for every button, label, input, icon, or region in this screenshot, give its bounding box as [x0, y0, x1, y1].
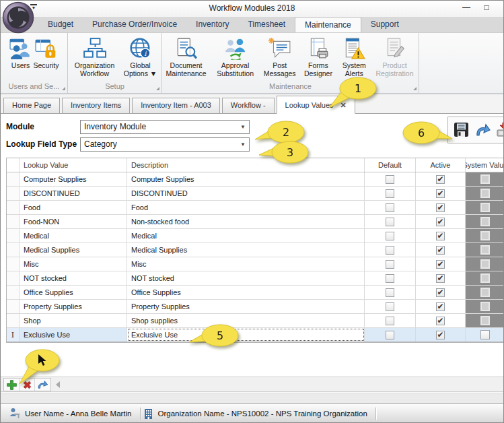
default-checkbox[interactable] — [386, 203, 394, 212]
active-checkbox[interactable]: ✔ — [436, 189, 445, 198]
column-header-description[interactable]: Description — [127, 158, 365, 172]
table-row[interactable]: Food Food ✔ — [7, 201, 504, 215]
table-row[interactable]: Property Supplies Property Supplies ✔ — [7, 300, 504, 314]
ribbon-tab-timesheet[interactable]: Timesheet — [238, 17, 295, 32]
lookup-value-cell[interactable]: Medical Supplies — [20, 243, 127, 257]
organization-workflow-button[interactable]: Organization Workflow — [69, 36, 120, 78]
lookup-value-cell[interactable]: Office Supplies — [20, 286, 127, 299]
close-tab-icon[interactable]: ✕ — [340, 101, 347, 109]
scroll-left-arrow-icon[interactable] — [56, 381, 60, 388]
default-checkbox[interactable] — [386, 274, 394, 283]
active-checkbox[interactable]: ✔ — [436, 232, 445, 240]
table-row[interactable]: Misc Misc ✔ — [7, 257, 504, 271]
column-header-default[interactable]: Default — [365, 158, 416, 172]
default-checkbox[interactable] — [386, 317, 394, 325]
table-row[interactable]: NOT stocked NOT stocked ✔ — [7, 271, 504, 286]
active-checkbox[interactable]: ✔ — [436, 246, 445, 255]
active-checkbox[interactable]: ✔ — [436, 317, 445, 325]
lookup-value-cell[interactable]: Medical — [20, 229, 127, 242]
default-checkbox[interactable] — [386, 246, 394, 255]
active-checkbox[interactable]: ✔ — [436, 274, 445, 283]
default-checkbox[interactable] — [386, 302, 394, 311]
description-cell[interactable]: Office Supplies — [127, 286, 365, 299]
group-dialog-launcher-icon[interactable] — [62, 87, 65, 90]
table-row[interactable]: Shop Shop supplies ✔ — [7, 314, 504, 328]
ribbon-tab-inventory[interactable]: Inventory — [186, 17, 238, 32]
lookup-value-cell[interactable]: DISCONTINUED — [20, 187, 127, 200]
approval-substitution-button[interactable]: Approval Substitution — [210, 36, 260, 78]
ribbon-tab-maintenance[interactable]: Maintenance — [295, 17, 361, 32]
system-alerts-button[interactable]: System Alerts — [338, 36, 371, 78]
default-checkbox[interactable] — [386, 331, 394, 339]
description-cell[interactable]: Food — [127, 201, 365, 214]
active-checkbox[interactable]: ✔ — [436, 175, 445, 184]
table-row[interactable]: Medical Supplies Medical Supplies ✔ — [7, 243, 504, 257]
active-checkbox[interactable]: ✔ — [436, 331, 445, 339]
ribbon-tab-budget[interactable]: Budget — [38, 17, 83, 32]
table-row[interactable]: I Exclusive Use Exclusive Use ✔ — [7, 328, 504, 342]
security-button[interactable]: Security — [33, 36, 60, 70]
default-checkbox[interactable] — [386, 218, 394, 226]
lookup-value-cell[interactable]: Misc — [20, 257, 127, 271]
ribbon-tab-support[interactable]: Support — [361, 17, 408, 32]
active-checkbox[interactable]: ✔ — [436, 218, 445, 226]
description-cell[interactable]: NOT stocked — [127, 271, 365, 285]
undo-icon[interactable] — [475, 122, 491, 138]
app-logo-icon[interactable] — [2, 1, 34, 34]
maximize-button[interactable]: □ — [478, 1, 495, 13]
delete-row-button[interactable] — [20, 379, 35, 391]
description-cell[interactable]: Property Supplies — [127, 300, 365, 313]
active-checkbox[interactable]: ✔ — [436, 302, 445, 311]
undo-changes-button[interactable] — [35, 379, 50, 391]
doc-tab-inventory-items[interactable]: Inventory Items — [62, 98, 130, 113]
description-cell[interactable]: Medical Supplies — [127, 243, 365, 257]
export-icon[interactable] — [497, 122, 503, 138]
lookup-value-cell[interactable]: Computer Supplies — [20, 172, 127, 186]
doc-tab-workflow[interactable]: Workflow - — [222, 98, 275, 113]
document-maintenance-button[interactable]: Document Maintenance — [162, 36, 210, 78]
lookup-value-cell[interactable]: Exclusive Use — [20, 328, 127, 341]
column-header-lookup-value[interactable]: Lookup Value — [20, 158, 127, 172]
description-cell[interactable]: Shop supplies — [127, 314, 365, 327]
default-checkbox[interactable] — [386, 189, 394, 198]
table-row[interactable]: Office Supplies Office Supplies ✔ — [7, 286, 504, 300]
description-cell[interactable]: DISCONTINUED — [127, 187, 365, 200]
description-cell[interactable]: Misc — [127, 257, 365, 271]
description-cell[interactable]: Non-stocked food — [127, 215, 365, 228]
table-row[interactable]: DISCONTINUED DISCONTINUED ✔ — [7, 187, 504, 201]
lookup-value-cell[interactable]: Food — [20, 201, 127, 214]
table-row[interactable]: Computer Supplies Computer Supplies ✔ — [7, 172, 504, 187]
active-checkbox[interactable]: ✔ — [436, 203, 445, 212]
doc-tab-lookup-values[interactable]: Lookup Values✕ — [277, 96, 355, 114]
group-dialog-launcher-icon[interactable] — [413, 87, 417, 90]
table-row[interactable]: Food-NON Non-stocked food ✔ — [7, 215, 504, 229]
description-cell[interactable]: Computer Supplies — [127, 172, 365, 186]
global-options-button[interactable]: i Global Options ▼ — [120, 36, 161, 78]
default-checkbox[interactable] — [386, 260, 394, 269]
active-checkbox[interactable]: ✔ — [436, 260, 445, 269]
default-checkbox[interactable] — [386, 288, 394, 297]
column-header-active[interactable]: Active — [416, 158, 466, 172]
minimize-button[interactable]: — — [458, 1, 475, 13]
column-header-system-value[interactable]: System Value — [466, 158, 504, 172]
default-checkbox[interactable] — [386, 232, 394, 240]
lookup-value-cell[interactable]: Shop — [20, 314, 127, 327]
lookup-value-cell[interactable]: Property Supplies — [20, 300, 127, 313]
forms-designer-button[interactable]: Forms Designer — [299, 36, 337, 78]
table-row[interactable]: Medical Medical ✔ — [7, 229, 504, 243]
lookup-field-type-dropdown[interactable]: Category ▼ — [80, 137, 250, 152]
doc-tab-home-page[interactable]: Home Page — [3, 98, 60, 113]
lookup-value-cell[interactable]: NOT stocked — [20, 271, 127, 285]
doc-tab-inventory-item-a003[interactable]: Inventory Item - A003 — [132, 98, 220, 113]
add-row-button[interactable] — [4, 379, 20, 391]
group-dialog-launcher-icon[interactable] — [156, 87, 159, 90]
lookup-value-cell[interactable]: Food-NON — [20, 215, 127, 228]
default-checkbox[interactable] — [386, 175, 394, 184]
description-cell[interactable]: Medical — [127, 229, 365, 242]
users-button[interactable]: Users — [9, 36, 33, 70]
description-cell[interactable]: Exclusive Use — [127, 328, 365, 341]
ribbon-tab-purchase-order-invoice[interactable]: Purchase Order/Invoice — [83, 17, 186, 32]
post-messages-button[interactable]: Post Messages — [260, 36, 299, 78]
save-icon[interactable] — [454, 122, 470, 138]
module-dropdown[interactable]: Inventory Module ▼ — [80, 120, 250, 134]
